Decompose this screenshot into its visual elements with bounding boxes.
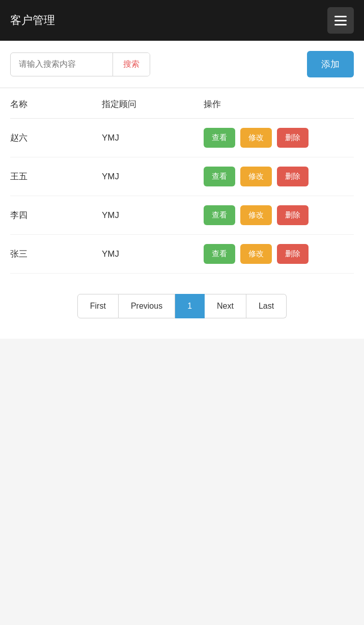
pagination-wrapper: First Previous 1 Next Last: [77, 294, 287, 318]
col-header-advisor: 指定顾问: [102, 98, 204, 110]
col-header-name: 名称: [10, 98, 102, 110]
pagination: First Previous 1 Next Last: [0, 274, 364, 339]
edit-button-0[interactable]: 修改: [240, 128, 272, 148]
search-area: 搜索 添加: [0, 41, 364, 88]
menu-line-3: [334, 24, 347, 25]
row-actions-3: 查看 修改 删除: [204, 244, 354, 264]
page-current-button[interactable]: 1: [175, 294, 205, 318]
page-next-button[interactable]: Next: [205, 294, 246, 318]
table-row: 赵六 YMJ 查看 修改 删除: [10, 119, 354, 157]
table-row: 张三 YMJ 查看 修改 删除: [10, 235, 354, 274]
row-advisor-2: YMJ: [102, 210, 204, 221]
view-button-0[interactable]: 查看: [204, 128, 235, 148]
table-row: 李四 YMJ 查看 修改 删除: [10, 196, 354, 235]
row-name-2: 李四: [10, 209, 102, 221]
menu-line-2: [334, 20, 347, 21]
search-input-wrapper: 搜索: [10, 52, 150, 76]
row-actions-0: 查看 修改 删除: [204, 128, 354, 148]
table-rows: 赵六 YMJ 查看 修改 删除 王五 YMJ 查看 修改 删除 李四 YMJ 查…: [10, 119, 354, 274]
row-actions-1: 查看 修改 删除: [204, 167, 354, 186]
menu-line-1: [334, 16, 347, 17]
row-advisor-1: YMJ: [102, 172, 204, 182]
app-header: 客户管理: [0, 0, 364, 41]
col-header-actions: 操作: [204, 98, 354, 110]
delete-button-3[interactable]: 删除: [277, 244, 309, 264]
row-name-1: 王五: [10, 171, 102, 182]
search-button[interactable]: 搜索: [113, 53, 150, 76]
edit-button-1[interactable]: 修改: [240, 167, 272, 186]
search-input[interactable]: [11, 53, 113, 76]
table-row: 王五 YMJ 查看 修改 删除: [10, 157, 354, 196]
page-first-button[interactable]: First: [77, 294, 119, 318]
table-header: 名称 指定顾问 操作: [10, 88, 354, 119]
view-button-1[interactable]: 查看: [204, 167, 235, 186]
menu-button[interactable]: [327, 7, 354, 34]
row-actions-2: 查看 修改 删除: [204, 205, 354, 225]
page-title: 客户管理: [10, 13, 55, 28]
edit-button-2[interactable]: 修改: [240, 205, 272, 225]
view-button-3[interactable]: 查看: [204, 244, 235, 264]
row-name-3: 张三: [10, 248, 102, 260]
edit-button-3[interactable]: 修改: [240, 244, 272, 264]
customer-table: 名称 指定顾问 操作 赵六 YMJ 查看 修改 删除 王五 YMJ 查看 修改 …: [0, 88, 364, 274]
row-advisor-0: YMJ: [102, 133, 204, 143]
delete-button-0[interactable]: 删除: [277, 128, 309, 148]
page-previous-button[interactable]: Previous: [119, 294, 175, 318]
delete-button-2[interactable]: 删除: [277, 205, 309, 225]
page-last-button[interactable]: Last: [246, 294, 287, 318]
delete-button-1[interactable]: 删除: [277, 167, 309, 186]
row-name-0: 赵六: [10, 132, 102, 144]
view-button-2[interactable]: 查看: [204, 205, 235, 225]
add-button[interactable]: 添加: [307, 51, 354, 77]
row-advisor-3: YMJ: [102, 249, 204, 259]
